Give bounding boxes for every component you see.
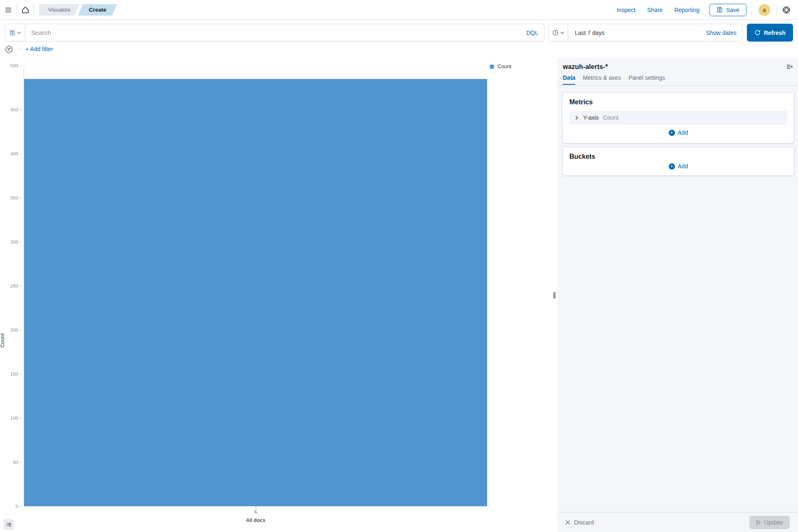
tab-metrics-axes[interactable]: Metrics & axes: [583, 74, 621, 85]
share-link[interactable]: Share: [642, 7, 667, 13]
y-tick-label: 150: [10, 372, 18, 377]
time-range-value[interactable]: Last 7 days: [568, 24, 700, 41]
dql-button[interactable]: DQL: [520, 24, 544, 41]
theme-button[interactable]: [779, 6, 794, 14]
y-tick-label: 450: [10, 107, 18, 112]
y-tick-label: 200: [10, 328, 18, 332]
breadcrumb-create: Create: [78, 4, 117, 16]
topbar-divider: [751, 4, 752, 16]
legend-item-count[interactable]: Count: [490, 64, 511, 69]
page: Visualize Create Inspect Share Reporting…: [0, 0, 798, 532]
sidebar-tabs: Data Metrics & axes Panel settings: [563, 74, 791, 85]
clock-icon: [552, 30, 559, 36]
filter-icon[interactable]: [5, 45, 13, 53]
topbar-divider: [777, 4, 777, 16]
filter-divider: [17, 49, 22, 49]
update-button[interactable]: Update: [749, 516, 790, 529]
play-icon: [756, 520, 761, 525]
chevron-right-icon: [574, 116, 579, 120]
theme-globe-icon: [782, 6, 791, 14]
add-metric-button[interactable]: + Add: [669, 129, 688, 136]
discard-label: Discard: [574, 519, 594, 526]
resizer-grip-icon: [553, 292, 555, 298]
add-filter-button[interactable]: + Add filter: [25, 46, 53, 52]
panel-resizer[interactable]: [551, 58, 557, 532]
refresh-button[interactable]: Refresh: [747, 24, 793, 42]
y-tick-mark: [19, 418, 22, 419]
y-tick-mark: [19, 374, 22, 374]
query-bar: DQL Last 7 days Show dates Refresh: [5, 24, 793, 42]
y-tick-mark: [19, 110, 22, 110]
legend-swatch: [490, 64, 494, 69]
metric-y-axis-row[interactable]: Y-axis Count: [569, 111, 787, 125]
vis-editor-sidebar: wazuh-alerts-* Data Metrics & axes Panel…: [557, 58, 798, 532]
inspect-link[interactable]: Inspect: [612, 7, 640, 13]
y-tick-label: 0: [16, 504, 18, 509]
save-icon: [717, 7, 723, 13]
refresh-button-label: Refresh: [764, 30, 786, 36]
save-button-label: Save: [726, 7, 739, 13]
close-icon: [565, 520, 570, 525]
search-input[interactable]: [25, 24, 520, 41]
y-tick-label: 300: [10, 239, 18, 244]
metrics-card: Metrics Y-axis Count + Add: [562, 92, 794, 143]
y-tick-mark: [19, 66, 22, 66]
home-icon: [21, 6, 30, 14]
y-tick-label: 500: [10, 63, 18, 68]
bar[interactable]: [24, 79, 487, 506]
filter-bar: + Add filter: [5, 43, 53, 55]
y-axis-ticks: 500450400350300250200150100500: [0, 66, 24, 506]
plus-circle-icon: +: [669, 130, 675, 136]
tab-data[interactable]: Data: [563, 74, 575, 85]
plot-area: all All docs: [24, 66, 487, 506]
y-tick-label: 50: [13, 460, 18, 465]
y-tick-mark: [19, 242, 22, 242]
add-bucket-button[interactable]: + Add: [669, 163, 688, 170]
sidebar-header: wazuh-alerts-* Data Metrics & axes Panel…: [557, 58, 798, 86]
y-tick-mark: [19, 154, 22, 154]
collapse-panel-button[interactable]: [786, 63, 793, 70]
collapse-icon: [786, 63, 793, 70]
date-picker: Last 7 days Show dates: [549, 24, 743, 42]
save-button[interactable]: Save: [709, 4, 746, 16]
breadcrumb-visualize[interactable]: Visualize: [39, 4, 80, 16]
saved-query-menu-button[interactable]: [5, 24, 25, 41]
y-tick-mark: [19, 330, 22, 330]
breadcrumb: Visualize Create: [39, 4, 117, 16]
x-tick-label: all: [254, 510, 258, 513]
y-tick-label: 100: [10, 416, 18, 421]
quick-time-menu-button[interactable]: [549, 24, 568, 41]
add-metric-label: Add: [678, 129, 688, 136]
x-tick-mark: [256, 506, 256, 508]
topbar-divider: [34, 4, 34, 16]
metric-axis-label: Y-axis: [583, 114, 599, 121]
buckets-card: Buckets + Add: [562, 147, 794, 176]
legend-toggle-button[interactable]: [3, 519, 14, 530]
index-pattern-title: wazuh-alerts-*: [563, 63, 791, 71]
top-bar: Visualize Create Inspect Share Reporting…: [0, 0, 798, 20]
add-bucket-label: Add: [678, 163, 688, 170]
avatar[interactable]: a: [759, 4, 770, 16]
y-tick-mark: [19, 462, 22, 463]
chevron-down-icon: [17, 31, 21, 35]
plus-circle-icon: +: [669, 163, 675, 170]
topbar-actions: Inspect Share Reporting Save a: [612, 4, 798, 16]
discard-button[interactable]: Discard: [565, 519, 594, 526]
y-tick-mark: [19, 506, 22, 507]
chevron-down-icon: [560, 31, 564, 35]
saved-query-icon: [10, 30, 15, 36]
y-tick-label: 350: [10, 195, 18, 200]
menu-button[interactable]: [0, 0, 17, 20]
metric-agg-value: Count: [603, 114, 618, 121]
reporting-link[interactable]: Reporting: [669, 7, 704, 13]
home-button[interactable]: [17, 0, 34, 20]
metrics-heading: Metrics: [569, 99, 787, 106]
x-axis-title: All docs: [246, 517, 266, 523]
tab-panel-settings[interactable]: Panel settings: [628, 74, 665, 85]
y-tick-label: 250: [10, 283, 18, 288]
y-tick-label: 400: [10, 151, 18, 156]
update-label: Update: [764, 519, 783, 526]
chart-panel: Count 500450400350300250200150100500 all…: [0, 58, 553, 532]
hamburger-icon: [5, 7, 12, 13]
show-dates-button[interactable]: Show dates: [700, 24, 742, 41]
